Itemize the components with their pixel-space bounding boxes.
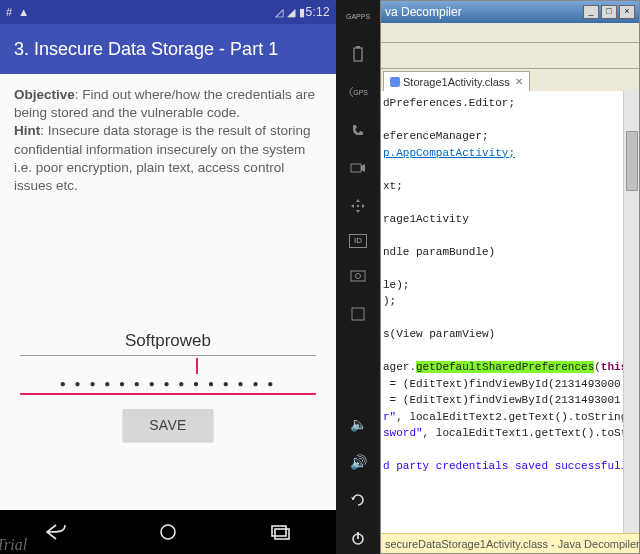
wifi-icon: ◿ bbox=[275, 6, 283, 19]
svg-rect-2 bbox=[275, 529, 289, 539]
svg-rect-8 bbox=[351, 164, 361, 172]
warning-icon: ▲ bbox=[18, 6, 29, 18]
volume-up-icon[interactable]: 🔊 bbox=[348, 452, 368, 472]
svg-rect-10 bbox=[351, 271, 365, 281]
password-field[interactable] bbox=[20, 372, 316, 395]
scrollbar-thumb[interactable] bbox=[626, 131, 638, 191]
content-area: Objective: Find out where/how the creden… bbox=[0, 74, 336, 510]
window-title: va Decompiler bbox=[385, 5, 581, 19]
app-bar: 3. Insecure Data Storage - Part 1 bbox=[0, 24, 336, 74]
trial-watermark: Trial bbox=[0, 536, 27, 554]
status-text: secureDataStorage1Activity.class - Java … bbox=[385, 538, 639, 550]
login-form: SAVE bbox=[14, 325, 322, 441]
save-button[interactable]: SAVE bbox=[123, 409, 213, 441]
phone-screen: # ▲ ◿ ◢ ▮ 5:12 3. Insecure Data Storage … bbox=[0, 0, 336, 554]
file-tab[interactable]: Storage1Activity.class ✕ bbox=[383, 71, 530, 91]
rotate-icon[interactable] bbox=[348, 490, 368, 510]
tab-label: Storage1Activity.class bbox=[403, 76, 510, 88]
close-tab-icon[interactable]: ✕ bbox=[515, 76, 523, 87]
svg-rect-12 bbox=[352, 308, 364, 320]
hint-text: : Insecure data storage is the result of… bbox=[14, 123, 310, 193]
objective-block: Objective: Find out where/how the creden… bbox=[14, 86, 322, 195]
screenshot-sidebar-icon[interactable] bbox=[348, 266, 368, 286]
android-nav-bar bbox=[0, 510, 336, 554]
home-button[interactable] bbox=[138, 517, 198, 547]
gps-sidebar-icon[interactable]: GPS bbox=[348, 82, 368, 102]
add-sidebar-icon[interactable] bbox=[348, 304, 368, 324]
back-button[interactable] bbox=[26, 517, 86, 547]
svg-rect-9 bbox=[357, 205, 359, 207]
signal-icon: ◢ bbox=[287, 6, 295, 19]
id-sidebar-icon[interactable]: ID bbox=[349, 234, 367, 248]
battery-sidebar-icon[interactable] bbox=[348, 44, 368, 64]
svg-rect-1 bbox=[272, 526, 286, 536]
clock: 5:12 bbox=[305, 5, 330, 19]
menu-bar[interactable] bbox=[381, 23, 639, 43]
volume-down-icon[interactable]: 🔈 bbox=[348, 414, 368, 434]
emulator-sidebar: GAPPS GPS ID 🔈 🔊 bbox=[336, 0, 380, 554]
minimize-button[interactable]: _ bbox=[583, 5, 599, 19]
gapps-icon[interactable]: GAPPS bbox=[348, 6, 368, 26]
phone-sidebar-icon[interactable] bbox=[348, 120, 368, 140]
svg-rect-5 bbox=[356, 46, 360, 48]
svg-rect-4 bbox=[354, 48, 362, 61]
java-file-icon bbox=[390, 77, 400, 87]
tool-bar[interactable] bbox=[381, 43, 639, 69]
recents-button[interactable] bbox=[250, 517, 310, 547]
hint-label: Hint bbox=[14, 123, 40, 138]
android-emulator: # ▲ ◿ ◢ ▮ 5:12 3. Insecure Data Storage … bbox=[0, 0, 380, 554]
move-sidebar-icon[interactable] bbox=[348, 196, 368, 216]
text-caret bbox=[196, 358, 198, 374]
decompiler-window: va Decompiler _ □ × Storage1Activity.cla… bbox=[380, 0, 640, 554]
vertical-scrollbar[interactable] bbox=[623, 91, 639, 533]
svg-point-0 bbox=[161, 525, 175, 539]
window-titlebar[interactable]: va Decompiler _ □ × bbox=[381, 1, 639, 23]
status-bar: secureDataStorage1Activity.class - Java … bbox=[381, 533, 639, 553]
root-icon: # bbox=[6, 6, 12, 18]
objective-label: Objective bbox=[14, 87, 75, 102]
page-title: 3. Insecure Data Storage - Part 1 bbox=[14, 39, 278, 60]
editor-tabstrip: Storage1Activity.class ✕ bbox=[381, 69, 639, 91]
maximize-button[interactable]: □ bbox=[601, 5, 617, 19]
username-field[interactable] bbox=[20, 325, 316, 356]
close-button[interactable]: × bbox=[619, 5, 635, 19]
code-editor[interactable]: dPreferences.Editor; eferenceManager; p.… bbox=[381, 91, 639, 533]
android-status-bar: # ▲ ◿ ◢ ▮ 5:12 bbox=[0, 0, 336, 24]
power-icon[interactable] bbox=[348, 528, 368, 548]
camera-sidebar-icon[interactable] bbox=[348, 158, 368, 178]
svg-point-11 bbox=[356, 274, 361, 279]
